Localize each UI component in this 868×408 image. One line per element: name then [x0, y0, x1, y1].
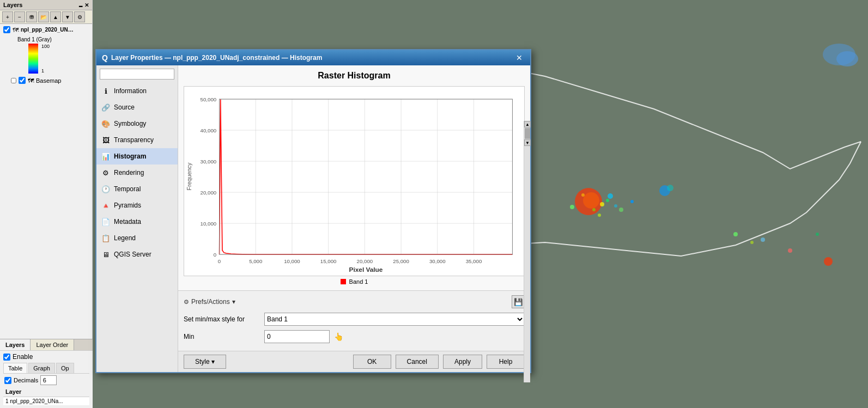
ok-button[interactable]: OK — [353, 355, 391, 369]
band-label: Band 1 (Gray) — [17, 36, 90, 42]
close-icon[interactable]: ✕ — [84, 2, 89, 8]
sidebar-item-rendering[interactable]: ⚙ Rendering — [96, 165, 178, 181]
prefs-actions-button[interactable]: ⚙ Prefs/Actions ▾ — [184, 298, 235, 306]
basemap-label: Basemap — [36, 77, 61, 84]
style-button[interactable]: Style ▾ — [184, 355, 226, 369]
bottom-tabs-panel: Layers Layer Order Enable Table Graph Op… — [0, 339, 93, 408]
layer-icon: 🗺 — [13, 27, 19, 33]
add-layer-btn[interactable]: + — [2, 11, 13, 22]
sidebar-item-information[interactable]: ℹ Information — [96, 83, 178, 99]
basemap-icon: 🗺 — [28, 77, 34, 84]
scroll-thumb[interactable] — [525, 128, 530, 139]
left-panel: Layers 🗕 ✕ + − ⛃ 📂 ▲ ▼ ⚙ 🗺 npl_ppp_2020_… — [0, 0, 93, 408]
band-select[interactable]: Band 1 — [264, 313, 525, 326]
cancel-button[interactable]: Cancel — [396, 355, 439, 369]
sidebar-search-input[interactable] — [100, 69, 174, 80]
sidebar-item-symbology[interactable]: 🎨 Symbology — [96, 115, 178, 132]
layer-name: npl_ppp_2020_UNadj_constrained — [21, 27, 75, 33]
sidebar-item-source[interactable]: 🔗 Source — [96, 99, 178, 115]
dialog-controls: ⚙ Prefs/Actions ▾ 💾 Set min/max style fo… — [178, 290, 530, 351]
minimize-icon[interactable]: 🗕 — [78, 2, 83, 8]
svg-point-17 — [592, 208, 596, 211]
sidebar-item-qgis-server[interactable]: 🖥 QGIS Server — [96, 246, 178, 263]
action-buttons-row: Style ▾ OK Cancel Apply Help — [178, 351, 530, 372]
svg-text:15,000: 15,000 — [320, 258, 337, 264]
enable-row: Enable — [3, 353, 89, 361]
save-button[interactable]: 💾 — [512, 295, 525, 308]
source-icon: 🔗 — [101, 102, 111, 112]
enable-label: Enable — [13, 353, 33, 361]
sidebar-label-legend: Legend — [114, 234, 136, 242]
sidebar-item-legend[interactable]: 📋 Legend — [96, 230, 178, 246]
sidebar-item-pyramids[interactable]: 🔺 Pyramids — [96, 197, 178, 214]
scroll-up-arrow[interactable]: ▲ — [524, 121, 531, 127]
sidebar-label-symbology: Symbology — [114, 120, 146, 127]
svg-text:35,000: 35,000 — [466, 258, 482, 264]
help-button[interactable]: Help — [487, 355, 525, 369]
svg-point-19 — [606, 199, 609, 202]
chart-area: Raster Histogram — [178, 65, 530, 290]
svg-text:Frequency: Frequency — [186, 162, 192, 190]
svg-point-20 — [614, 204, 617, 208]
decimals-checkbox[interactable] — [4, 377, 11, 384]
sidebar-label-histogram: Histogram — [114, 153, 146, 160]
enable-checkbox[interactable] — [3, 354, 10, 361]
min-row: Min 👆 — [184, 330, 525, 343]
svg-point-6 — [619, 208, 623, 212]
symbology-icon: 🎨 — [101, 119, 111, 129]
qgis-server-icon: 🖥 — [101, 249, 111, 259]
ramp-labels: 100 1 — [41, 44, 50, 74]
layer-checkbox[interactable] — [3, 26, 10, 33]
pyramids-icon: 🔺 — [101, 200, 111, 210]
chart-title: Raster Histogram — [184, 71, 525, 81]
dialog-scrollbar[interactable]: ▲ ▼ — [524, 121, 530, 382]
information-icon: ℹ — [101, 86, 111, 96]
svg-point-7 — [630, 200, 634, 203]
min-input[interactable] — [264, 330, 330, 343]
svg-text:5,000: 5,000 — [249, 258, 262, 264]
tab-layer-order[interactable]: Layer Order — [31, 339, 74, 350]
tab-layers[interactable]: Layers — [0, 339, 31, 350]
sidebar-item-histogram[interactable]: 📊 Histogram — [96, 148, 178, 165]
sidebar-label-information: Information — [114, 87, 147, 95]
svg-text:40,000: 40,000 — [201, 127, 217, 133]
sub-tab-op[interactable]: Op — [56, 363, 74, 373]
decimals-row: Decimals — [3, 374, 89, 387]
save-icon: 💾 — [514, 298, 523, 306]
sidebar-item-metadata[interactable]: 📄 Metadata — [96, 214, 178, 230]
legend-icon: 📋 — [101, 233, 111, 243]
prefs-row: ⚙ Prefs/Actions ▾ 💾 — [184, 295, 525, 308]
move-up-btn[interactable]: ▲ — [50, 11, 61, 22]
move-down-btn[interactable]: ▼ — [62, 11, 73, 22]
open-layer-btn[interactable]: 📂 — [38, 11, 49, 22]
basemap-expand[interactable] — [11, 78, 16, 83]
sidebar-item-temporal[interactable]: 🕐 Temporal — [96, 181, 178, 197]
svg-text:30,000: 30,000 — [201, 159, 217, 165]
svg-point-22 — [836, 51, 858, 66]
sidebar-item-transparency[interactable]: 🖼 Transparency — [96, 132, 178, 148]
dialog-body: ℹ Information 🔗 Source 🎨 Symbology 🖼 Tra… — [96, 65, 530, 372]
sub-tab-table[interactable]: Table — [3, 363, 27, 373]
basemap-checkbox[interactable] — [19, 77, 26, 84]
prefs-dropdown-icon: ▾ — [232, 298, 235, 306]
apply-button[interactable]: Apply — [443, 355, 482, 369]
layer-column-header: Layer — [3, 387, 89, 397]
min-label: Min — [184, 333, 260, 340]
svg-text:Pixel Value: Pixel Value — [349, 266, 383, 273]
prefs-label: Prefs/Actions — [191, 298, 230, 306]
settings-btn[interactable]: ⚙ — [74, 11, 85, 22]
dialog-sidebar: ℹ Information 🔗 Source 🎨 Symbology 🖼 Tra… — [96, 65, 178, 372]
svg-point-12 — [816, 233, 819, 236]
scroll-down-arrow[interactable]: ▼ — [524, 139, 531, 146]
dialog-close-button[interactable]: ✕ — [514, 53, 525, 62]
svg-point-3 — [570, 205, 574, 209]
sub-tab-graph[interactable]: Graph — [28, 363, 55, 373]
value-tool-section: Enable Table Graph Op Decimals Layer 1 n… — [0, 350, 93, 408]
svg-point-15 — [761, 238, 765, 242]
remove-layer-btn[interactable]: − — [14, 11, 25, 22]
dialog-titlebar: Q Layer Properties — npl_ppp_2020_UNadj_… — [96, 50, 530, 65]
filter-btn[interactable]: ⛃ — [26, 11, 37, 22]
layer-data-row: 1 npl_ppp_2020_UNa... — [3, 397, 89, 406]
sidebar-label-rendering: Rendering — [114, 169, 144, 176]
decimals-input[interactable] — [40, 375, 57, 385]
